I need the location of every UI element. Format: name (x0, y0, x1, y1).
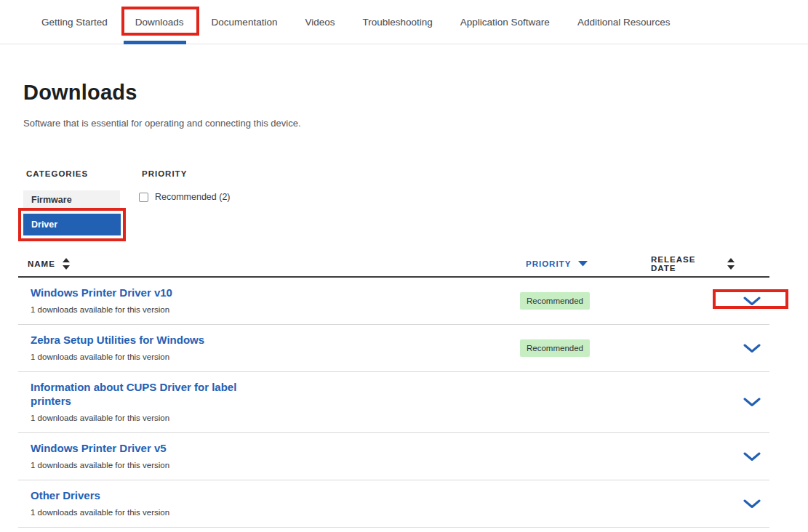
release-date-cell (651, 325, 735, 371)
tab-additional-resources[interactable]: Additional Resources (577, 0, 671, 44)
priority-cell (520, 433, 651, 480)
tab-label: Getting Started (41, 17, 108, 28)
chevron-down-icon[interactable] (743, 499, 761, 509)
table-row: Information about CUPS Driver for label … (18, 372, 769, 433)
chevron-cell (735, 372, 769, 432)
tab-label: Application Software (460, 17, 550, 28)
chevron-cell (735, 480, 769, 527)
download-subtitle: 1 downloads available for this version (31, 508, 520, 517)
column-header-release-date[interactable]: RELEASE DATE (651, 251, 735, 276)
priority-label: PRIORITY (142, 169, 231, 178)
recommended-badge: Recommended (520, 339, 590, 357)
recommended-badge: Recommended (520, 292, 590, 310)
priority-filter: PRIORITY Recommended (2) (139, 169, 231, 202)
tab-documentation[interactable]: Documentation (212, 0, 278, 44)
sort-desc-icon[interactable] (578, 261, 588, 267)
tab-label: Videos (305, 17, 335, 28)
priority-cell: Recommended (520, 278, 651, 324)
priority-cell: Recommended (520, 325, 651, 371)
main-content: Downloads Software that is essential for… (0, 81, 808, 242)
tab-application-software[interactable]: Application Software (460, 0, 550, 44)
download-title-link[interactable]: Zebra Setup Utilities for Windows (31, 333, 263, 347)
chevron-down-icon[interactable] (743, 452, 761, 462)
chevron-down-icon[interactable] (743, 398, 761, 407)
tab-label: Troubleshooting (362, 17, 432, 28)
page-subtitle: Software that is essential for operating… (23, 118, 808, 129)
column-header-name[interactable]: NAME (18, 251, 520, 276)
category-option-firmware[interactable]: Firmware (23, 190, 120, 210)
table-row: Zebra Setup Utilities for Windows 1 down… (18, 325, 769, 372)
priority-header-label: PRIORITY (526, 259, 571, 268)
chevron-cell (735, 433, 769, 480)
priority-cell (520, 372, 651, 432)
name-cell: Zebra Setup Utilities for Windows 1 down… (18, 325, 520, 371)
name-cell: Windows Printer Driver v10 1 downloads a… (18, 278, 520, 324)
release-date-cell (651, 433, 735, 480)
active-tab-underline (124, 41, 186, 44)
tab-label: Documentation (212, 17, 278, 28)
download-subtitle: 1 downloads available for this version (31, 352, 520, 362)
category-option-driver[interactable]: Driver (23, 214, 121, 235)
chevron-down-icon[interactable] (743, 297, 761, 306)
name-cell: Windows Printer Driver v5 1 downloads av… (18, 433, 520, 480)
download-subtitle: 1 downloads available for this version (31, 414, 520, 423)
recommended-filter-row: Recommended (2) (139, 192, 231, 202)
tab-label: Additional Resources (577, 17, 671, 28)
tab-troubleshooting[interactable]: Troubleshooting (362, 0, 432, 44)
download-subtitle: 1 downloads available for this version (31, 305, 520, 315)
download-title-link[interactable]: Windows Printer Driver v10 (31, 286, 263, 299)
filters-section: CATEGORIES Firmware Driver PRIORITY Reco… (23, 169, 808, 242)
table-row: Other Drivers 1 downloads available for … (18, 480, 769, 528)
tab-getting-started[interactable]: Getting Started (41, 0, 108, 44)
page-title: Downloads (23, 81, 808, 105)
table-row: Windows Printer Driver v5 1 downloads av… (18, 433, 769, 480)
chevron-cell (735, 278, 769, 324)
download-subtitle: 1 downloads available for this version (31, 461, 520, 470)
table-row: Windows Printer Driver v10 1 downloads a… (18, 278, 769, 325)
release-date-cell (651, 372, 735, 432)
category-options: Firmware Driver (23, 190, 131, 235)
name-cell: Information about CUPS Driver for label … (18, 372, 520, 432)
download-title-link[interactable]: Information about CUPS Driver for label … (31, 380, 263, 408)
chevron-cell (735, 325, 769, 371)
chevron-down-icon[interactable] (743, 344, 761, 353)
name-cell: Other Drivers 1 downloads available for … (18, 480, 520, 527)
category-option-label: Firmware (31, 195, 72, 205)
tab-bar: Getting Started Downloads Documentation … (0, 0, 808, 44)
release-date-cell (651, 480, 735, 527)
priority-cell (520, 480, 651, 527)
download-title-link[interactable]: Other Drivers (31, 488, 263, 502)
release-date-header-label: RELEASE DATE (651, 255, 720, 273)
table-header-row: NAME PRIORITY RELEASE DATE (18, 251, 769, 278)
column-header-priority[interactable]: PRIORITY (520, 251, 651, 276)
nav-tabs: Getting Started Downloads Documentation … (0, 0, 808, 44)
release-date-cell (651, 278, 735, 324)
sort-icon[interactable] (727, 258, 735, 270)
tab-videos[interactable]: Videos (305, 0, 335, 44)
recommended-checkbox[interactable] (139, 193, 148, 202)
name-header-label: NAME (28, 259, 55, 268)
table-body: Windows Printer Driver v10 1 downloads a… (18, 278, 769, 528)
sort-icon[interactable] (63, 258, 70, 270)
download-title-link[interactable]: Windows Printer Driver v5 (31, 441, 263, 455)
annotation-red-box (121, 7, 199, 36)
downloads-table: NAME PRIORITY RELEASE DATE Windows Print… (18, 251, 769, 528)
tab-downloads[interactable]: Downloads (135, 0, 184, 44)
recommended-checkbox-label: Recommended (2) (155, 192, 231, 202)
category-option-label: Driver (31, 219, 57, 230)
